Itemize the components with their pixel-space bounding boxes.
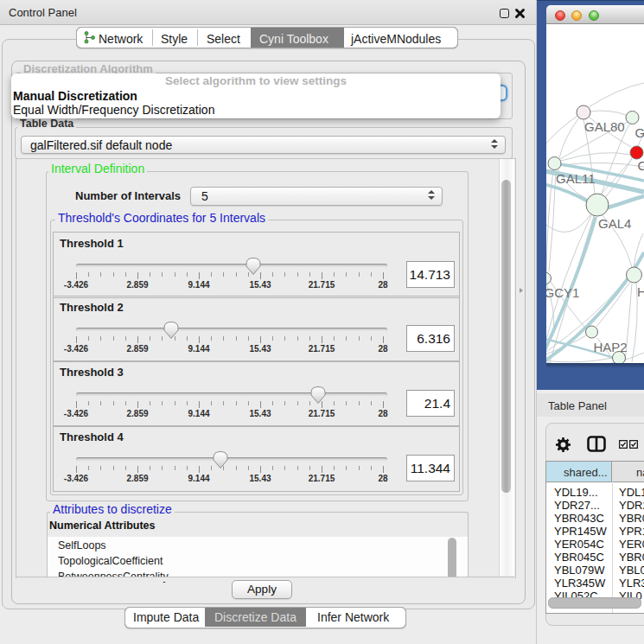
svg-text:CY: CY — [638, 158, 644, 173]
svg-text:GAL4: GAL4 — [598, 216, 631, 231]
svg-text:GAL80: GAL80 — [584, 119, 625, 134]
svg-text:GA: GA — [635, 125, 644, 140]
svg-text:GCY1: GCY1 — [546, 285, 579, 300]
svg-text:HAP2: HAP2 — [594, 340, 628, 354]
svg-text:HI: HI — [637, 284, 644, 299]
svg-text:GAL11: GAL11 — [556, 171, 596, 186]
